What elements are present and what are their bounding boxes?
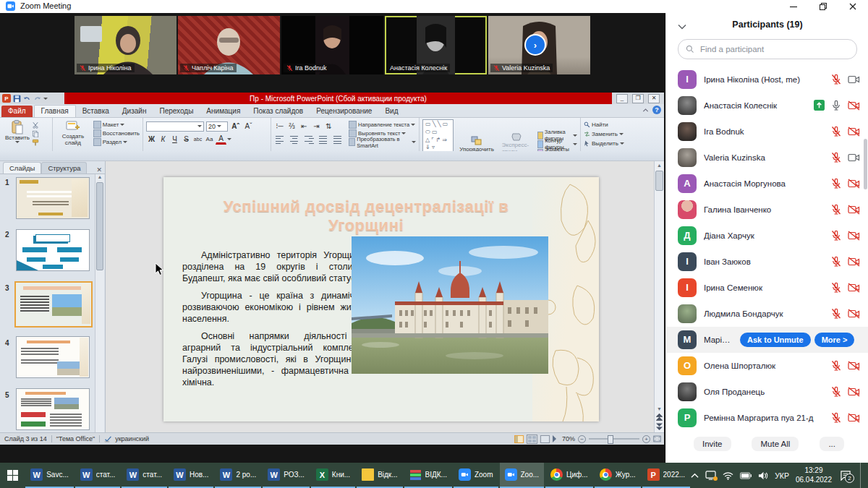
tab-review[interactable]: Рецензирование <box>310 106 378 117</box>
scroll-up-icon[interactable]: ▲ <box>657 161 662 168</box>
bullets-icon[interactable]: ⁝─ <box>274 121 285 132</box>
taskbar-app-powerpoint[interactable]: P 2022... <box>642 463 691 488</box>
fit-to-window-icon[interactable] <box>653 435 661 442</box>
character-spacing-button[interactable]: abc <box>192 134 203 145</box>
slide-sorter-view-icon[interactable] <box>527 435 537 444</box>
zoom-out-icon[interactable]: − <box>578 435 586 443</box>
taskbar-app-winrar[interactable]: ВІДК... <box>404 463 452 488</box>
slideshow-view-icon[interactable] <box>553 435 556 442</box>
participant-row[interactable]: A Анастасія Моргунова <box>666 171 868 197</box>
next-videos-button[interactable]: › <box>524 34 546 56</box>
columns-icon[interactable] <box>332 134 344 146</box>
justify-icon[interactable] <box>318 134 330 146</box>
participant-row[interactable]: I Ірина Семенюк <box>666 275 868 301</box>
minimize-icon[interactable] <box>788 1 799 12</box>
taskbar-app-word[interactable]: W Нов... <box>169 463 213 488</box>
zoom-in-icon[interactable]: + <box>642 435 650 443</box>
taskbar-app-word[interactable]: W стат... <box>122 463 167 488</box>
participant-row-hovered[interactable]: M Марія... Ask to Unmute More > <box>666 327 868 353</box>
participant-row[interactable]: Valeria Kuzinska <box>666 145 868 171</box>
powerpoint-icon[interactable]: P <box>2 94 11 103</box>
ppt-minimize-icon[interactable]: _ <box>616 94 628 103</box>
spellcheck-icon[interactable] <box>104 435 112 442</box>
taskbar-app-chrome[interactable]: Жур... <box>595 463 641 488</box>
participant-row[interactable]: Д Діана Харчук <box>666 223 868 249</box>
tray-app-icon[interactable] <box>705 471 716 480</box>
decrease-indent-icon[interactable]: ⇤ <box>299 121 310 132</box>
slide-thumbnail-3-active[interactable] <box>14 281 93 328</box>
tab-slideshow[interactable]: Показ слайдов <box>247 106 310 117</box>
new-slide-button[interactable]: Создать слайд <box>56 119 90 147</box>
tab-transitions[interactable]: Переходы <box>153 106 200 117</box>
slide-canvas[interactable]: Успішний досвід децентралізації в Угорщи… <box>163 177 599 421</box>
taskbar-clock[interactable]: 13:29 06.04.2022 <box>796 466 832 484</box>
taskbar-app-zoom[interactable]: Zoom <box>454 463 498 488</box>
taskbar-app-word[interactable]: W Savc... <box>25 463 74 488</box>
align-right-icon[interactable] <box>303 134 315 146</box>
underline-button[interactable]: Ч <box>169 134 180 145</box>
battery-icon[interactable] <box>740 472 752 479</box>
show-desktop-button[interactable] <box>860 463 864 488</box>
paste-button[interactable]: Вставить <box>3 119 32 146</box>
participant-row[interactable]: I Іван Заюков <box>666 249 868 275</box>
zoom-slider-thumb[interactable] <box>608 435 613 444</box>
tab-design[interactable]: Дизайн <box>116 106 153 117</box>
help-icon[interactable]: ? <box>652 106 661 114</box>
tab-insert[interactable]: Вставка <box>76 106 116 117</box>
close-icon[interactable] <box>848 1 858 12</box>
text-direction-button[interactable]: Направление текста <box>349 121 416 129</box>
taskbar-app-chrome[interactable]: Циф... <box>545 463 593 488</box>
video-tile-active-speaker[interactable]: Анастасія Колеснік <box>385 16 487 74</box>
tab-animations[interactable]: Анимация <box>200 106 247 117</box>
numbering-icon[interactable]: ⅔ <box>286 121 297 132</box>
shrink-font-icon[interactable]: Aˇ <box>243 121 254 132</box>
budapest-photo[interactable] <box>352 236 548 374</box>
previous-slide-button[interactable] <box>656 414 663 421</box>
wifi-icon[interactable] <box>723 471 733 480</box>
ask-to-unmute-button[interactable]: Ask to Unmute <box>740 333 811 347</box>
layout-button[interactable]: Макет <box>93 121 140 129</box>
collapse-ribbon-icon[interactable] <box>642 106 650 114</box>
tray-chevron-up-icon[interactable] <box>691 473 699 479</box>
ppt-close-icon[interactable]: ✕ <box>648 94 660 103</box>
invite-button[interactable]: Invite <box>694 437 731 451</box>
slide-thumbnail-4[interactable] <box>16 336 90 378</box>
bold-button[interactable]: Ж <box>146 134 157 145</box>
video-tile[interactable]: Ira Bodnuk <box>281 16 383 74</box>
reset-button[interactable]: Восстановить <box>93 129 140 137</box>
taskbar-app-excel[interactable]: X Кни... <box>311 463 355 488</box>
outline-tab[interactable]: Структура <box>41 162 87 174</box>
search-participant-input[interactable] <box>699 44 849 54</box>
video-tile[interactable]: Ірина Ніколіна <box>75 16 176 74</box>
reading-view-icon[interactable] <box>540 435 550 443</box>
start-button[interactable] <box>0 463 25 488</box>
tab-file[interactable]: Файл <box>1 106 33 117</box>
ppt-restore-icon[interactable]: ❐ <box>632 94 644 103</box>
taskbar-app-word[interactable]: W 2 ро... <box>215 463 261 488</box>
font-family-select[interactable] <box>146 121 204 132</box>
participant-row[interactable]: I Ірина Ніколіна (Host, me) <box>666 67 868 93</box>
participant-row[interactable]: P Ремінна Маргарита пуа 21-д <box>666 405 868 431</box>
undo-icon[interactable] <box>23 95 31 103</box>
restore-icon[interactable] <box>818 1 828 12</box>
customize-qat-icon[interactable] <box>43 98 48 100</box>
align-left-icon[interactable] <box>274 134 286 146</box>
next-slide-button[interactable] <box>656 423 663 430</box>
format-painter-icon[interactable] <box>32 139 39 146</box>
italic-button[interactable]: К <box>158 134 169 145</box>
find-button[interactable]: Найти <box>584 121 661 129</box>
slide-title[interactable]: Успішний досвід децентралізації в Угорщи… <box>192 197 540 235</box>
increase-indent-icon[interactable]: ⇥ <box>311 121 322 132</box>
more-button[interactable]: More > <box>814 333 855 347</box>
slide-vertical-scrollbar[interactable]: ▲ ▼ <box>654 161 664 432</box>
scroll-down-icon[interactable]: ▼ <box>657 406 662 411</box>
slide-thumbnail-1[interactable] <box>16 177 90 219</box>
change-case-button[interactable]: Аа <box>204 134 215 145</box>
normal-view-icon[interactable] <box>514 435 524 443</box>
replace-button[interactable]: Заменить <box>584 130 661 138</box>
taskbar-app-word[interactable]: W РОЗ... <box>263 463 310 488</box>
save-icon[interactable] <box>13 95 21 103</box>
cut-icon[interactable] <box>32 121 39 129</box>
participant-row[interactable]: Галина Іванченко <box>666 197 868 223</box>
action-center-icon[interactable]: 2 <box>840 471 851 481</box>
